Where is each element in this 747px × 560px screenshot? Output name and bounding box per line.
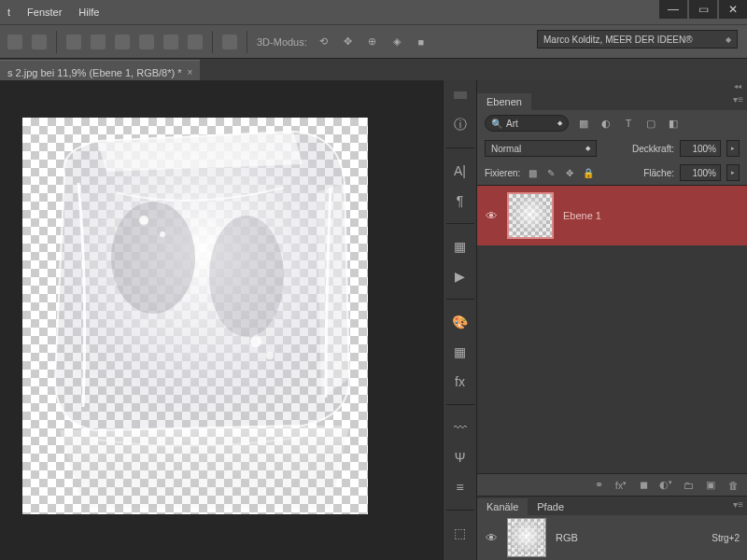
visibility-icon[interactable]: 👁 xyxy=(485,531,498,544)
link-icon[interactable]: ⚭ xyxy=(592,479,605,491)
channel-name: RGB xyxy=(556,532,578,543)
play-icon[interactable]: ▶ xyxy=(451,267,470,286)
chevron-down-icon: ◆ xyxy=(585,145,590,152)
orbit-icon[interactable]: ⟲ xyxy=(317,35,331,49)
scale-icon[interactable]: ◈ xyxy=(389,35,404,49)
filter-label: Art xyxy=(506,119,518,129)
window-minimize-button[interactable]: — xyxy=(659,0,687,19)
lock-label: Fixieren: xyxy=(485,168,520,178)
layer-thumbnail[interactable] xyxy=(507,192,554,239)
actions-icon[interactable]: ▦ xyxy=(451,237,470,256)
ice-cube-image xyxy=(22,118,368,514)
distribute-icon[interactable] xyxy=(222,35,237,49)
document-tabs: s 2.jpg bei 11,9% (Ebene 1, RGB/8*) * × xyxy=(0,58,747,80)
search-icon: 🔍 xyxy=(491,119,502,129)
menu-bar: t Fenster Hilfe — ▭ ✕ xyxy=(0,0,747,24)
filter-adjust-icon[interactable]: ◐ xyxy=(599,116,613,131)
filter-pixel-icon[interactable]: ▩ xyxy=(576,116,591,131)
workspace-switcher[interactable]: Marco Kolditz, MEER DER IDEEN® ◆ xyxy=(537,30,738,49)
document-tab[interactable]: s 2.jpg bei 11,9% (Ebene 1, RGB/8*) * × xyxy=(0,60,200,80)
trash-icon[interactable]: 🗑 xyxy=(726,480,740,491)
align-hcenter-icon[interactable] xyxy=(163,35,178,49)
panel-group: ◂◂ Ebenen ▾≡ 🔍 Art ◆ ▩ ◐ T ▢ ◧ Normal ◆ … xyxy=(476,80,747,560)
fill-input[interactable]: 100% xyxy=(680,164,721,181)
paragraph-icon[interactable]: ¶ xyxy=(451,191,470,210)
cube-icon[interactable]: ⬚ xyxy=(451,524,470,542)
swatches-icon[interactable]: 🎨 xyxy=(451,313,470,331)
tab-paths[interactable]: Pfade xyxy=(528,498,573,515)
opacity-flyout[interactable]: ▸ xyxy=(726,140,740,157)
collapse-icon[interactable]: ◂◂ xyxy=(734,82,741,91)
fill-label: Fläche: xyxy=(643,168,674,178)
info-icon[interactable]: ⓘ xyxy=(451,116,470,134)
align-top-icon[interactable] xyxy=(66,35,81,49)
tab-layers[interactable]: Ebenen xyxy=(477,93,531,110)
lock-pixels-icon[interactable]: ✎ xyxy=(544,166,557,179)
camera-icon[interactable]: ■ xyxy=(414,35,429,49)
group-icon[interactable]: 🗀 xyxy=(682,480,695,491)
window-close-button[interactable]: ✕ xyxy=(719,0,747,19)
mode-label: 3D-Modus: xyxy=(257,36,307,48)
canvas-area[interactable] xyxy=(0,80,443,560)
panel-tabs: Ebenen ▾≡ xyxy=(477,91,747,110)
expand-icon[interactable] xyxy=(454,91,467,99)
options-bar: 3D-Modus: ⟲ ✥ ⊕ ◈ ■ Marco Kolditz, MEER … xyxy=(0,24,747,58)
tab-title: s 2.jpg bei 11,9% (Ebene 1, RGB/8*) * xyxy=(7,67,182,78)
svg-point-3 xyxy=(266,352,274,359)
character-icon[interactable]: A| xyxy=(451,161,470,180)
adjust-icon[interactable]: ≡ xyxy=(451,478,470,497)
brush-icon[interactable]: 〰 xyxy=(451,418,470,437)
blend-mode-select[interactable]: Normal ◆ xyxy=(485,140,597,157)
new-layer-icon[interactable]: ▣ xyxy=(704,479,717,491)
fork-icon[interactable]: Ψ xyxy=(451,448,470,467)
svg-point-1 xyxy=(209,216,284,337)
fill-flyout[interactable]: ▸ xyxy=(726,164,740,181)
chevron-icon: ◆ xyxy=(726,35,731,44)
svg-point-2 xyxy=(250,336,261,347)
svg-point-5 xyxy=(160,231,165,237)
channels-tabs: Kanäle Pfade ▾≡ xyxy=(477,497,747,515)
svg-point-4 xyxy=(139,216,148,225)
channel-row[interactable]: 👁 RGB Strg+2 xyxy=(477,515,747,560)
window-maximize-button[interactable]: ▭ xyxy=(689,0,717,19)
chevron-icon: ◆ xyxy=(557,119,562,127)
filter-smart-icon[interactable]: ◧ xyxy=(666,116,681,131)
layer-row[interactable]: 👁 Ebene 1 xyxy=(477,186,747,245)
filter-type-icon[interactable]: T xyxy=(621,116,636,131)
align-bottom-icon[interactable] xyxy=(115,35,130,49)
canvas[interactable] xyxy=(22,118,368,514)
align-left-icon[interactable] xyxy=(139,35,154,49)
lock-all-icon[interactable]: 🔒 xyxy=(582,166,595,179)
adjustment-icon[interactable]: ◐▾ xyxy=(659,479,672,491)
layer-list[interactable]: 👁 Ebene 1 xyxy=(477,185,747,473)
tab-channels[interactable]: Kanäle xyxy=(477,498,528,515)
align-vcenter-icon[interactable] xyxy=(91,35,106,49)
align-right-icon[interactable] xyxy=(188,35,203,49)
visibility-icon[interactable]: 👁 xyxy=(485,209,498,222)
panel-menu-icon[interactable]: ▾≡ xyxy=(733,94,743,105)
menu-window[interactable]: Fenster xyxy=(27,7,62,18)
panel-menu-icon[interactable]: ▾≡ xyxy=(733,499,743,510)
channel-thumbnail[interactable] xyxy=(507,518,546,557)
grid-icon[interactable]: ▦ xyxy=(451,343,470,361)
menu-help[interactable]: Hilfe xyxy=(78,7,99,18)
close-icon[interactable]: × xyxy=(188,67,193,77)
lock-position-icon[interactable]: ✥ xyxy=(563,166,576,179)
styles-icon[interactable]: fx xyxy=(451,372,470,391)
move-icon[interactable]: ⊕ xyxy=(365,35,380,49)
svg-point-0 xyxy=(111,202,195,314)
menu-item: t xyxy=(7,7,10,18)
opacity-label: Deckkraft: xyxy=(632,144,674,154)
fx-icon[interactable]: fx▾ xyxy=(614,480,627,491)
align-icon[interactable] xyxy=(32,35,47,49)
filter-shape-icon[interactable]: ▢ xyxy=(643,116,658,131)
channel-shortcut: Strg+2 xyxy=(712,533,740,543)
opacity-input[interactable]: 100% xyxy=(680,140,721,157)
layer-filter[interactable]: 🔍 Art ◆ xyxy=(485,115,569,132)
layer-name[interactable]: Ebene 1 xyxy=(563,210,601,221)
pan-icon[interactable]: ✥ xyxy=(341,35,356,49)
collapsed-panel-dock: ⓘ A| ¶ ▦ ▶ 🎨 ▦ fx 〰 Ψ ≡ ⬚ xyxy=(443,80,476,560)
lock-transparency-icon[interactable]: ▩ xyxy=(526,166,539,179)
mask-icon[interactable]: ◼ xyxy=(637,479,650,491)
align-icon[interactable] xyxy=(7,35,22,49)
